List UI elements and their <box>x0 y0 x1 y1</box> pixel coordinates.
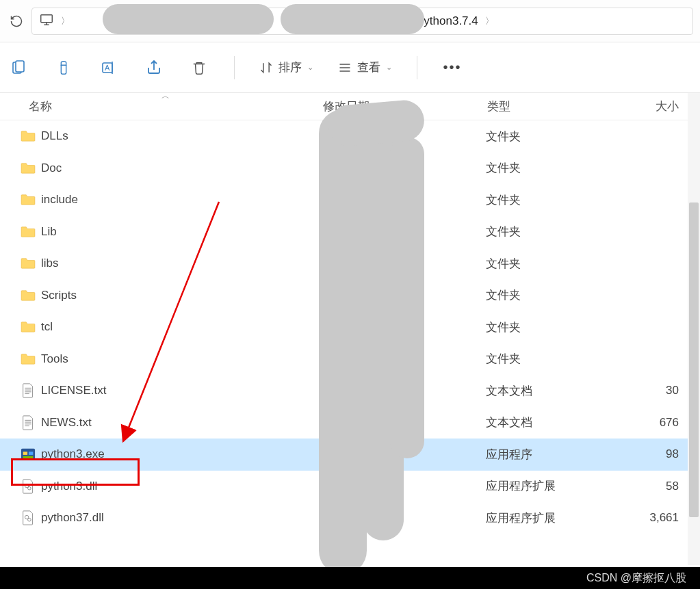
file-date: 20 5 <box>323 480 486 493</box>
divider <box>234 56 235 79</box>
file-size: 3,661 <box>623 511 679 525</box>
dll-icon <box>18 510 38 525</box>
file-row[interactable]: Scripts20 8文件夹 <box>0 280 700 312</box>
file-type: 文件夹 <box>486 287 623 303</box>
vertical-scrollbar[interactable] <box>688 93 700 565</box>
breadcrumb-current[interactable]: Python3.7.4 <box>416 14 478 28</box>
file-row[interactable]: LICENSE.txt20 20:文本文档30 <box>0 375 700 407</box>
file-type: 应用程序扩展 <box>486 478 623 494</box>
file-date: 2 8 <box>323 257 486 270</box>
file-name: DLLs <box>41 129 323 143</box>
svg-rect-0 <box>41 14 53 22</box>
svg-text:A: A <box>105 64 110 72</box>
file-date: 20 1 3 <box>323 352 486 366</box>
file-name: Doc <box>41 161 323 175</box>
file-name: python3.exe <box>41 447 323 461</box>
cut-button[interactable] <box>8 57 29 78</box>
file-name: LICENSE.txt <box>41 384 323 397</box>
copy-button[interactable] <box>53 57 74 78</box>
view-button[interactable]: 查看 ⌄ <box>338 60 392 75</box>
file-type: 文件夹 <box>486 256 623 272</box>
column-name[interactable]: 名称 <box>29 99 323 114</box>
file-row[interactable]: DLLs6 18文件夹 <box>0 120 700 153</box>
column-date[interactable]: 修改日期 <box>323 99 487 114</box>
folder-icon <box>18 321 38 333</box>
refresh-button[interactable] <box>7 12 26 31</box>
file-name: tcl <box>41 320 323 334</box>
file-type: 应用程序 <box>486 447 623 462</box>
txt-icon <box>18 415 38 430</box>
file-row[interactable]: Doc2 18文件夹 <box>0 153 700 185</box>
column-type[interactable]: 类型 <box>487 99 624 114</box>
file-name: NEWS.txt <box>41 416 323 430</box>
chevron-right-icon: 〉 <box>61 15 70 27</box>
chevron-down-icon: ⌄ <box>386 63 392 72</box>
file-type: 文本文档 <box>486 383 623 399</box>
share-button[interactable] <box>144 57 164 78</box>
file-row[interactable]: python3.exe20 6应用程序98 <box>0 439 700 471</box>
file-date: 20 1 3 <box>323 320 486 334</box>
file-size: 676 <box>623 416 679 430</box>
file-row[interactable]: libs2 8文件夹 <box>0 248 700 280</box>
file-date: 20 6 <box>323 447 486 461</box>
file-name: python3.dll <box>41 480 323 493</box>
dll-icon <box>18 479 38 494</box>
folder-icon <box>18 130 38 142</box>
file-row[interactable]: tcl20 1 3文件夹 <box>0 311 700 343</box>
file-name: Tools <box>41 352 323 366</box>
breadcrumb-box[interactable]: 〉 〉 〉 Python3.7.4 〉 <box>31 8 693 35</box>
file-name: Scripts <box>41 289 323 302</box>
file-type: 文件夹 <box>486 224 623 239</box>
file-type: 文本文档 <box>486 415 623 430</box>
column-size[interactable]: 大小 <box>624 99 679 114</box>
file-name: python37.dll <box>41 511 323 525</box>
svg-rect-6 <box>23 452 27 456</box>
sort-caret-icon: ︿ <box>161 90 170 102</box>
rename-button[interactable]: A <box>99 57 119 78</box>
file-date: 20 20: <box>323 384 486 397</box>
watermark-bar: CSDN @摩擦抠八股 <box>0 567 700 589</box>
file-date: 6 18 <box>323 129 486 143</box>
sort-label: 排序 <box>278 60 302 75</box>
file-type: 文件夹 <box>486 192 623 208</box>
file-type: 文件夹 <box>486 129 623 144</box>
file-row[interactable]: Tools20 1 3文件夹 <box>0 343 700 376</box>
folder-icon <box>18 289 38 302</box>
chevron-right-icon: 〉 <box>261 15 270 27</box>
file-name: include <box>41 193 323 207</box>
folder-icon <box>18 226 38 238</box>
file-type: 文件夹 <box>486 319 623 335</box>
file-date: 20 20 <box>323 416 486 430</box>
file-date: 8 <box>323 225 486 239</box>
svg-rect-2 <box>16 61 24 72</box>
file-row[interactable]: python37.dll20 20:35应用程序扩展3,661 <box>0 502 700 534</box>
file-date: 2 18 <box>323 193 486 207</box>
view-label: 查看 <box>357 60 380 75</box>
sort-button[interactable]: 排序 ⌄ <box>259 60 313 75</box>
more-button[interactable]: ••• <box>442 57 463 78</box>
file-name: Lib <box>41 225 323 239</box>
svg-rect-8 <box>23 456 34 459</box>
chevron-right-icon: 〉 <box>485 15 494 27</box>
file-row[interactable]: include2 18文件夹 <box>0 184 700 216</box>
chevron-right-icon: 〉 <box>400 15 409 27</box>
folder-icon <box>18 194 38 206</box>
divider <box>417 56 417 79</box>
file-date: 20 8 <box>323 289 486 302</box>
scrollbar-thumb[interactable] <box>689 202 699 517</box>
toolbar: A 排序 ⌄ 查看 ⌄ ••• <box>0 42 700 93</box>
file-date: 20 20:35 <box>323 511 486 525</box>
file-size: 98 <box>623 447 679 461</box>
file-date: 2 18 <box>323 161 486 175</box>
exe-icon <box>18 447 38 462</box>
folder-icon <box>18 353 38 365</box>
file-type: 文件夹 <box>486 160 623 176</box>
file-row[interactable]: Lib 8文件夹 <box>0 216 700 248</box>
file-row[interactable]: NEWS.txt20 20文本文档676 <box>0 407 700 439</box>
file-name: libs <box>41 257 323 270</box>
delete-button[interactable] <box>189 57 209 78</box>
monitor-icon <box>39 12 54 30</box>
file-row[interactable]: python3.dll20 5应用程序扩展58 <box>0 471 700 503</box>
svg-rect-7 <box>29 452 33 456</box>
file-type: 文件夹 <box>486 351 623 367</box>
